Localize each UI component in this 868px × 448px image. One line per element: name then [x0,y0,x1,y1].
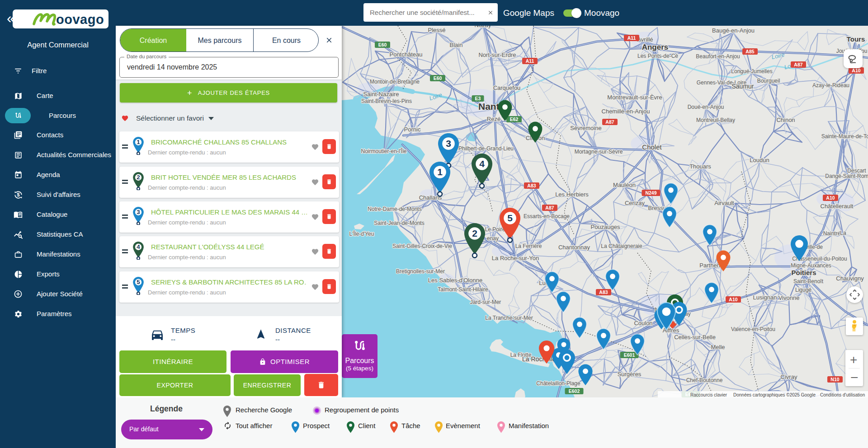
svg-text:Chinon: Chinon [776,117,795,123]
svg-text:Chauvigny: Chauvigny [836,275,864,282]
svg-text:Melle: Melle [711,344,725,350]
svg-text:Lusignan: Lusignan [753,294,777,301]
svg-text:Montreuil-Bellay: Montreuil-Bellay [696,117,735,123]
svg-text:Nozay: Nozay [475,26,491,28]
svg-text:Rezé: Rezé [487,116,500,122]
svg-text:A11: A11 [526,58,534,64]
svg-text:Descart: Descart [847,168,866,174]
svg-text:A10: A10 [852,68,860,73]
svg-text:Airvault: Airvault [714,200,734,206]
svg-text:A83: A83 [527,183,536,188]
svg-text:Civray: Civray [781,373,797,380]
svg-text:Carquefou: Carquefou [493,84,521,91]
svg-text:Cerizay: Cerizay [625,200,645,206]
svg-text:4: 4 [479,159,485,169]
svg-text:La Roche-sur-Yon: La Roche-sur-Yon [492,255,539,261]
svg-text:E62: E62 [510,117,519,122]
svg-text:Saint-Gilles-Croix-de-Vie: Saint-Gilles-Croix-de-Vie [392,243,452,249]
svg-text:E602: E602 [569,388,580,394]
svg-text:Longué-Jumelles: Longué-Jumelles [731,68,772,75]
svg-text:E60: E60 [434,75,442,81]
svg-text:Montoir-de-Bretagne: Montoir-de-Bretagne [370,79,420,85]
svg-text:E3: E3 [475,96,481,101]
svg-text:Chantonnay: Chantonnay [558,244,590,251]
svg-text:Loudun: Loudun [750,157,769,163]
svg-text:Beaufort-en-Anjou: Beaufort-en-Anjou [696,53,740,60]
svg-text:Sainte-Maure-de-Tou: Sainte-Maure-de-Tou [821,133,868,140]
svg-text:Mauléon: Mauléon [613,182,636,188]
svg-text:Pouzauges: Pouzauges [590,224,620,230]
svg-text:Nort-sur-Erdre: Nort-sur-Erdre [478,51,516,58]
svg-text:enay: enay [487,235,499,242]
svg-text:Jard-sur-Mer: Jard-sur-Mer [470,299,501,305]
svg-text:Les Herbiers: Les Herbiers [555,191,589,198]
svg-text:5: 5 [507,213,513,223]
svg-text:Saint-Nazaire: Saint-Nazaire [363,91,399,98]
svg-text:Les Ponts-de-Cé: Les Ponts-de-Cé [637,53,678,59]
svg-text:Châtellerault: Châtellerault [821,203,854,210]
svg-text:A11: A11 [627,35,636,41]
svg-text:Celles-sur-Belle: Celles-sur-Belle [674,334,716,341]
svg-text:Migné-Auxances: Migné-Auxances [791,262,831,269]
svg-text:Essarts-en-Bocage: Essarts-en-Bocage [524,213,570,219]
svg-text:Valence-en-Poitou: Valence-en-Poitou [731,326,775,332]
svg-text:Pornic: Pornic [404,126,421,133]
svg-text:Avrillé: Avrillé [637,36,653,43]
svg-text:A87: A87 [545,205,554,210]
svg-text:A10: A10 [729,297,737,302]
svg-text:3: 3 [446,138,451,149]
svg-text:5: 5 [137,279,140,285]
svg-text:4: 4 [137,243,140,250]
svg-text:Dangé-Saint-Romai: Dangé-Saint-Romai [825,173,868,179]
svg-text:La Châtaigneraie: La Châtaigneraie [601,243,642,249]
svg-text:Ligugé: Ligugé [795,287,811,293]
svg-text:Blain: Blain [450,42,463,48]
svg-text:Cholet: Cholet [642,143,662,151]
svg-text:Montrevault-sur-Èvre: Montrevault-sur-Èvre [607,94,662,101]
svg-text:Bourgueil: Bourgueil [757,78,780,84]
svg-text:2: 2 [472,228,477,238]
svg-text:Saint-Brevin-les-Pins: Saint-Brevin-les-Pins [361,98,412,104]
svg-text:La Tranche-sur-Mer: La Tranche-sur-Mer [485,315,533,321]
svg-text:Naintré: Naintré [823,230,841,237]
svg-text:La Ferrière: La Ferrière [515,243,542,249]
svg-text:N10: N10 [830,377,839,382]
svg-text:Tours: Tours [847,35,865,43]
svg-text:Bretignolles-sur-Mer: Bretignolles-sur-Mer [396,268,445,275]
svg-text:3: 3 [137,209,140,215]
svg-text:Talmont-Saint-Hilaire: Talmont-Saint-Hilaire [438,286,488,293]
svg-text:Poitiers: Poitiers [791,269,816,276]
svg-text:A87: A87 [794,62,802,67]
svg-text:Surgères: Surgères [618,371,642,378]
svg-text:Saumur: Saumur [731,83,754,90]
svg-text:Châtelaillon-Plage: Châtelaillon-Plage [536,380,580,387]
svg-text:Coulon: Coulon [634,320,652,327]
svg-text:E60: E60 [378,42,387,47]
svg-text:A10: A10 [826,195,835,201]
svg-text:Mortagne-sur-Sèvre: Mortagne-sur-Sèvre [575,149,623,155]
svg-text:Saint-Benoît: Saint-Benoît [793,278,824,285]
svg-text:La: La [840,230,846,236]
svg-text:1: 1 [437,167,443,177]
svg-text:oovago: oovago [56,12,104,27]
svg-text:Baugé-en-Anjou: Baugé-en-Anjou [712,27,755,34]
svg-text:1: 1 [137,139,140,145]
svg-text:A85: A85 [745,49,754,54]
svg-text:Angers: Angers [642,43,669,51]
svg-text:N249: N249 [645,190,656,196]
svg-text:E601: E601 [624,352,635,358]
svg-text:Chemillé-en-Anjou: Chemillé-en-Anjou [602,108,650,115]
svg-text:Azay-le-Rideau: Azay-le-Rideau [812,82,849,89]
svg-text:A83: A83 [599,289,608,295]
svg-text:Notre-Dame-de-Monts: Notre-Dame-de-Monts [368,206,421,212]
svg-text:$: $ [17,192,20,197]
svg-text:Saint-Jean-de-Monts: Saint-Jean-de-Monts [374,220,424,226]
svg-text:Noirmoutier-en-l'Île: Noirmoutier-en-l'Île [361,148,407,154]
svg-text:Doué-en-Anjou: Doué-en-Anjou [688,104,724,110]
svg-text:Sèvremoine: Sèvremoine [570,125,601,131]
svg-text:Pontchâteau: Pontchâteau [389,51,422,58]
svg-text:Vivonne: Vivonne [778,294,800,301]
svg-text:Chef-Boutonne: Chef-Boutonne [686,377,723,383]
svg-text:A87: A87 [605,119,614,125]
svg-text:2: 2 [137,174,140,181]
